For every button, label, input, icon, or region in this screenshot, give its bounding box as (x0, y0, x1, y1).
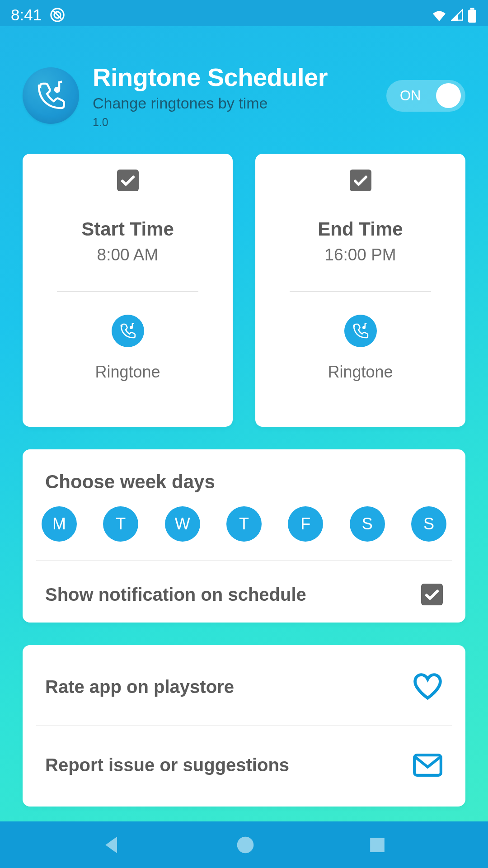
phone-music-icon (35, 80, 67, 112)
start-enabled-checkbox[interactable] (117, 170, 139, 191)
start-ringtone-label: Ringtone (95, 363, 160, 382)
svg-rect-3 (468, 9, 476, 23)
app-title: Ringtone Scheduler (93, 62, 373, 92)
app-subtitle: Change ringtones by time (93, 94, 373, 112)
navigation-bar (0, 821, 488, 868)
start-time-value: 8:00 AM (97, 245, 159, 264)
svg-point-9 (237, 836, 254, 853)
rate-label: Rate app on playstore (45, 677, 234, 697)
check-icon (120, 172, 136, 189)
wifi-icon (431, 9, 447, 21)
content: Start Time 8:00 AM Ringtone End Time 16:… (0, 154, 488, 807)
day-friday[interactable]: F (288, 506, 323, 542)
day-monday[interactable]: M (42, 506, 77, 542)
toggle-knob (436, 83, 461, 108)
end-time-label: End Time (318, 218, 403, 240)
signal-icon (451, 9, 464, 21)
dnd-icon (50, 7, 65, 23)
svg-rect-10 (370, 838, 385, 852)
end-ringtone-button[interactable] (344, 315, 377, 347)
actions-card: Rate app on playstore Report issue or su… (23, 645, 465, 807)
rate-app-row[interactable]: Rate app on playstore (23, 648, 465, 726)
divider (290, 292, 431, 292)
day-sunday[interactable]: S (411, 506, 446, 542)
app-header: Ringtone Scheduler Change ringtones by t… (0, 26, 488, 154)
settings-card: Choose week days M T W T F S S Show noti… (23, 449, 465, 623)
day-thursday[interactable]: T (226, 506, 262, 542)
day-saturday[interactable]: S (350, 506, 385, 542)
divider (57, 292, 198, 292)
report-label: Report issue or suggestions (45, 755, 289, 775)
weekdays-title: Choose week days (23, 471, 465, 493)
mail-icon (413, 751, 443, 778)
heart-icon (413, 673, 443, 700)
time-cards-row: Start Time 8:00 AM Ringtone End Time 16:… (23, 154, 465, 427)
clock-time: 8:41 (11, 6, 42, 24)
start-time-label: Start Time (81, 218, 174, 240)
report-issue-row[interactable]: Report issue or suggestions (23, 726, 465, 804)
end-ringtone-label: Ringtone (328, 363, 393, 382)
day-tuesday[interactable]: T (103, 506, 138, 542)
notification-setting-row[interactable]: Show notification on schedule (23, 561, 465, 605)
end-time-value: 16:00 PM (324, 245, 396, 264)
app-header-text: Ringtone Scheduler Change ringtones by t… (93, 62, 373, 129)
status-bar-right (431, 8, 477, 23)
start-time-card[interactable]: Start Time 8:00 AM Ringtone (23, 154, 233, 427)
day-wednesday[interactable]: W (165, 506, 200, 542)
home-button[interactable] (236, 836, 254, 854)
start-ringtone-button[interactable] (112, 315, 144, 347)
app-version: 1.0 (93, 116, 373, 129)
end-enabled-checkbox[interactable] (350, 170, 371, 191)
weekdays-row: M T W T F S S (23, 506, 465, 561)
toggle-label: ON (400, 88, 421, 104)
phone-music-icon (352, 322, 370, 340)
check-icon (352, 172, 369, 189)
master-toggle[interactable]: ON (386, 80, 465, 112)
notification-label: Show notification on schedule (45, 585, 306, 605)
app-icon (23, 67, 79, 124)
notification-checkbox[interactable] (421, 584, 443, 605)
check-icon (424, 586, 440, 603)
recents-button[interactable] (369, 836, 386, 854)
end-time-card[interactable]: End Time 16:00 PM Ringtone (255, 154, 465, 427)
status-bar: 8:41 (0, 0, 488, 26)
phone-music-icon (119, 322, 137, 340)
status-bar-left: 8:41 (11, 6, 65, 24)
svg-rect-4 (470, 8, 474, 10)
back-button[interactable] (102, 835, 122, 855)
battery-icon (467, 8, 477, 23)
